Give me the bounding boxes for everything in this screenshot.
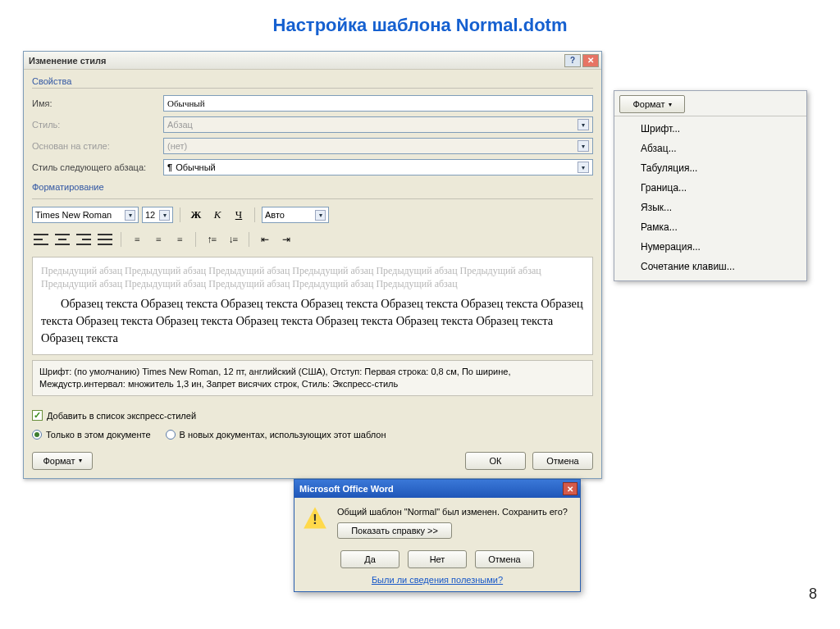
format-menu-list: Шрифт... Абзац... Табуляция... Граница..… [614,116,806,280]
preview-sample-text: Образец текста Образец текста Образец те… [41,295,584,347]
bold-button[interactable]: Ж [187,207,205,223]
space-before-inc-button[interactable]: ↑≡ [203,231,221,248]
dialog-titlebar: Изменение стиля ? ✕ [24,52,601,70]
close-button[interactable]: ✕ [563,482,578,495]
checkbox-label: Добавить в список экспресс-стилей [47,411,196,421]
align-justify-button[interactable] [96,231,114,248]
format-menu-popup: Формат ▾ Шрифт... Абзац... Табуляция... … [614,90,807,281]
chevron-down-icon: ▾ [79,457,82,464]
chevron-down-icon[interactable]: ▾ [578,162,589,173]
name-label: Имя: [32,98,163,108]
font-color-value: Авто [265,210,285,220]
chevron-down-icon: ▾ [578,119,589,130]
font-size-combo[interactable]: 12 ▾ [142,207,173,223]
menu-item-tabs[interactable]: Табуляция... [614,158,806,178]
menu-item-border[interactable]: Граница... [614,178,806,198]
menu-item-numbering[interactable]: Нумерация... [614,237,806,257]
help-button[interactable]: ? [564,54,581,67]
chevron-down-icon: ▾ [669,101,672,108]
chevron-down-icon: ▾ [578,140,589,152]
separator [254,207,255,222]
new-documents-radio[interactable]: В новых документах, использующих этот ша… [166,430,386,440]
preview-ghost-text: Предыдущий абзац Предыдущий абзац Предыд… [41,264,584,290]
based-on-combo: (нет) ▾ [163,138,593,154]
show-help-button[interactable]: Показать справку >> [337,522,452,539]
line-spacing-2-button[interactable]: ≡ [171,231,189,248]
formatting-label: Форматирование [32,179,593,194]
font-family-combo[interactable]: Times New Roman ▾ [32,207,139,223]
separator [249,232,249,247]
menu-item-language[interactable]: Язык... [614,198,806,217]
style-type-combo: Абзац ▾ [163,116,593,133]
save-prompt-dialog: Microsoft Office Word ✕ Общий шаблон "No… [294,479,581,592]
font-color-combo[interactable]: Авто ▾ [262,207,329,223]
font-size-value: 12 [145,210,155,220]
underline-button[interactable]: Ч [230,207,248,223]
add-to-quick-styles-checkbox[interactable]: ✓ Добавить в список экспресс-стилей [32,408,593,424]
slide-title: Настройка шаблона Normal.dotm [0,0,840,44]
save-message: Общий шаблон "Normal" был изменен. Сохра… [337,506,572,517]
radio-icon [32,430,42,440]
cancel-button[interactable]: Отмена [532,452,593,470]
radio-icon [166,430,176,440]
based-on-value: (нет) [167,141,187,151]
save-title: Microsoft Office Word [299,484,563,494]
menu-item-font[interactable]: Шрифт... [614,119,806,139]
format-menu-button-label: Формат [632,99,664,109]
menu-item-frame[interactable]: Рамка... [614,217,806,237]
feedback-link[interactable]: Были ли сведения полезными? [372,575,503,585]
menu-item-paragraph[interactable]: Абзац... [614,139,806,158]
separator [121,232,121,247]
italic-button[interactable]: К [208,207,226,223]
based-on-label: Основан на стиле: [32,141,163,151]
menu-item-shortcut[interactable]: Сочетание клавиш... [614,257,806,276]
cancel-button[interactable]: Отмена [475,550,534,568]
align-center-button[interactable] [53,231,71,248]
chevron-down-icon[interactable]: ▾ [315,210,326,221]
checkbox-icon: ✓ [32,410,43,421]
dialog-title: Изменение стиля [29,56,563,66]
modify-style-dialog: Изменение стиля ? ✕ Свойства Имя: Стиль:… [23,51,602,479]
chevron-down-icon[interactable]: ▾ [159,210,170,221]
style-description: Шрифт: (по умолчанию) Times New Roman, 1… [32,360,593,396]
close-button[interactable]: ✕ [582,54,599,67]
indent-decrease-button[interactable]: ⇤ [256,231,274,248]
align-right-button[interactable] [75,231,93,248]
save-titlebar: Microsoft Office Word ✕ [294,480,580,498]
format-button[interactable]: Формат ▾ [32,452,93,470]
preview-box: Предыдущий абзац Предыдущий абзац Предыд… [32,257,593,355]
warning-icon [303,506,327,531]
indent-increase-button[interactable]: ⇥ [277,231,295,248]
line-spacing-15-button[interactable]: ≡ [149,231,167,248]
radio-label: Только в этом документе [46,430,151,440]
separator [195,232,196,247]
radio-label: В новых документах, использующих этот ша… [180,430,386,440]
next-style-label: Стиль следующего абзаца: [32,162,163,172]
separator [180,207,180,222]
format-menu-button[interactable]: Формат ▾ [619,95,685,113]
next-style-value: ¶Обычный [167,162,216,172]
properties-label: Свойства [32,73,593,88]
yes-button[interactable]: Да [340,550,399,568]
chevron-down-icon[interactable]: ▾ [125,210,135,221]
page-number: 8 [809,586,817,603]
space-before-dec-button[interactable]: ↓≡ [224,231,242,248]
only-this-document-radio[interactable]: Только в этом документе [32,430,151,440]
font-family-value: Times New Roman [35,210,112,220]
next-style-combo[interactable]: ¶Обычный ▾ [163,159,593,175]
style-type-label: Стиль: [32,120,163,130]
format-button-label: Формат [43,456,75,466]
ok-button[interactable]: ОК [465,452,526,470]
line-spacing-1-button[interactable]: ≡ [128,231,146,248]
no-button[interactable]: Нет [408,550,467,568]
style-type-value: Абзац [167,120,193,130]
name-input[interactable] [163,95,593,112]
align-left-button[interactable] [32,231,50,248]
